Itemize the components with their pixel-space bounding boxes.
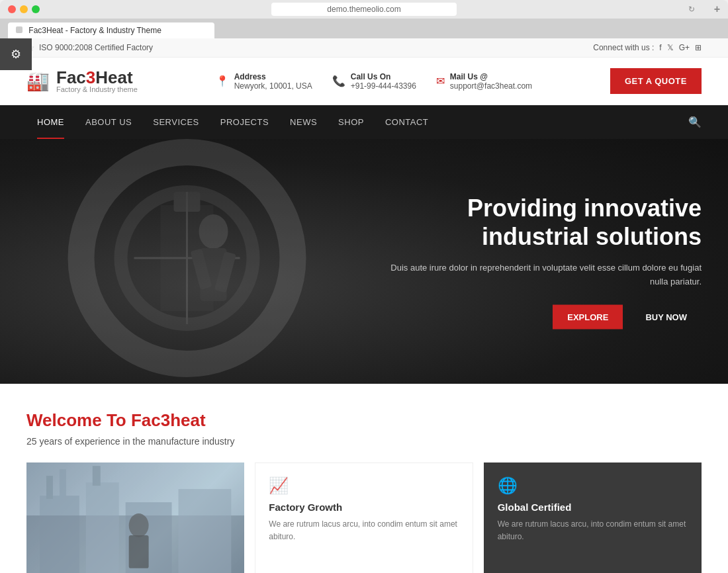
growth-title: Factory Growth xyxy=(269,502,459,513)
logo: 🏭 Fac3Heat Factory & Industry theme xyxy=(26,69,138,93)
welcome-title: Welcome To Fac3heat xyxy=(26,410,702,431)
site-header: 🏭 Fac3Heat Factory & Industry theme 📍 Ad… xyxy=(0,58,728,105)
nav-projects[interactable]: PROJECTS xyxy=(210,105,279,139)
email-info: ✉ Mail Us @ support@fac3heat.com xyxy=(436,72,532,91)
browser-titlebar: demo.themeolio.com ↻ + xyxy=(0,5,728,19)
connect-text: Connect with us : xyxy=(593,43,654,52)
main-nav: HOME ABOUT US SERVICES PROJECTS NEWS SHO… xyxy=(0,105,728,139)
nav-home[interactable]: HOME xyxy=(26,105,75,139)
welcome-subtitle: 25 years of experience in the manufactur… xyxy=(26,436,702,447)
growth-icon: 📈 xyxy=(269,476,459,495)
svg-rect-20 xyxy=(129,535,149,568)
url-text: demo.themeolio.com xyxy=(327,5,400,14)
buy-now-button[interactable]: BUY NOW xyxy=(631,304,702,329)
hero-buttons: EXPLORE BUY NOW xyxy=(374,304,702,329)
topbar-right: Connect with us : f 𝕏 G+ ⊞ xyxy=(593,43,702,52)
explore-button[interactable]: EXPLORE xyxy=(553,304,623,329)
hero-description: Duis aute irure dolor in reprehenderit i… xyxy=(374,261,702,289)
hero-content: Providing innovative industrial solution… xyxy=(374,194,702,330)
gear-icon: ⚙ xyxy=(11,47,21,62)
tab-label: Fac3Heat - Factory & Industry Theme xyxy=(28,26,161,35)
factory-image xyxy=(26,463,244,573)
welcome-rest: To Fac3heat xyxy=(102,410,206,430)
phone-info: 📞 Call Us On +91-99-444-43396 xyxy=(332,72,416,91)
email-icon: ✉ xyxy=(436,75,445,87)
nav-contact[interactable]: CONTACT xyxy=(375,105,439,139)
header-info: 📍 Address Newyork, 10001, USA 📞 Call Us … xyxy=(216,72,532,91)
email-details: Mail Us @ support@fac3heat.com xyxy=(450,72,532,91)
growth-text: We are rutrum lacus arcu, into condim en… xyxy=(269,518,459,543)
welcome-left-col: Praesent dolor tortor, tempus in aliquam… xyxy=(26,463,244,573)
logo-text-area: Fac3Heat Factory & Industry theme xyxy=(56,69,138,93)
tab-bar: Fac3Heat - Factory & Industry Theme xyxy=(0,19,728,38)
factory-svg-art xyxy=(26,463,244,573)
browser-chrome: demo.themeolio.com ↻ + Fac3Heat - Factor… xyxy=(0,0,728,38)
phone-label: Call Us On xyxy=(351,72,416,81)
maximize-dot[interactable] xyxy=(32,5,40,13)
hero-industrial-art xyxy=(0,139,400,384)
logo-building-icon: 🏭 xyxy=(26,70,50,92)
top-bar: ☆ ISO 9000:2008 Certified Factory Connec… xyxy=(0,38,728,58)
minimize-dot[interactable] xyxy=(20,5,28,13)
url-bar[interactable]: demo.themeolio.com xyxy=(271,3,457,16)
hero-section: Providing innovative industrial solution… xyxy=(0,139,728,384)
nav-about[interactable]: ABOUT US xyxy=(75,105,142,139)
active-tab[interactable]: Fac3Heat - Factory & Industry Theme xyxy=(8,22,214,38)
svg-rect-18 xyxy=(26,463,244,515)
global-title: Global Certified xyxy=(498,502,688,513)
get-quote-button[interactable]: GET A QUOTE xyxy=(610,68,702,94)
phone-details: Call Us On +91-99-444-43396 xyxy=(351,72,416,91)
googleplus-icon[interactable]: G+ xyxy=(679,43,690,52)
global-certified-card: 🌐 Global Certified We are rutrum lacus a… xyxy=(484,463,702,573)
logo-name: Fac3Heat xyxy=(56,69,138,86)
browser-dots xyxy=(8,5,40,13)
logo-tagline: Factory & Industry theme xyxy=(56,86,138,93)
welcome-main-grid: Praesent dolor tortor, tempus in aliquam… xyxy=(26,463,702,573)
mail-value: support@fac3heat.com xyxy=(450,81,532,91)
welcome-section: Welcome To Fac3heat 25 years of experien… xyxy=(0,384,728,573)
svg-point-19 xyxy=(129,513,149,537)
location-icon: 📍 xyxy=(216,75,229,87)
nav-shop[interactable]: SHOP xyxy=(328,105,375,139)
nav-news[interactable]: NEWS xyxy=(279,105,328,139)
factory-growth-card: 📈 Factory Growth We are rutrum lacus arc… xyxy=(255,463,473,573)
svg-point-6 xyxy=(199,214,228,249)
rss-icon[interactable]: ⊞ xyxy=(695,43,702,52)
phone-value: +91-99-444-43396 xyxy=(351,81,416,91)
phone-icon: 📞 xyxy=(332,75,345,87)
close-dot[interactable] xyxy=(8,5,16,13)
nav-services[interactable]: SERVICES xyxy=(142,105,210,139)
logo-highlight: 3 xyxy=(86,67,95,87)
twitter-icon[interactable]: 𝕏 xyxy=(667,43,674,52)
refresh-icon[interactable]: ↻ xyxy=(688,5,695,14)
global-text: We are rutrum lacus arcu, into condim en… xyxy=(498,518,688,543)
nav-links: HOME ABOUT US SERVICES PROJECTS NEWS SHO… xyxy=(26,105,439,139)
website-container: ⚙ ☆ ISO 9000:2008 Certified Factory Conn… xyxy=(0,38,728,573)
certified-text: ISO 9000:2008 Certified Factory xyxy=(39,43,153,52)
global-icon: 🌐 xyxy=(498,476,688,495)
address-value: Newyork, 10001, USA xyxy=(234,81,312,91)
address-label: Address xyxy=(234,72,312,81)
facebook-icon[interactable]: f xyxy=(659,43,661,52)
address-info: 📍 Address Newyork, 10001, USA xyxy=(216,72,312,91)
tab-favicon xyxy=(16,26,23,33)
hero-title: Providing innovative industrial solution… xyxy=(374,194,702,251)
settings-gear-overlay[interactable]: ⚙ xyxy=(0,38,32,70)
search-icon[interactable]: 🔍 xyxy=(688,116,702,128)
welcome-highlight: Welcome xyxy=(26,410,102,430)
address-details: Address Newyork, 10001, USA xyxy=(234,72,312,91)
topbar-left: ☆ ISO 9000:2008 Certified Factory xyxy=(26,42,153,53)
new-tab-button[interactable]: + xyxy=(714,3,720,15)
mail-label: Mail Us @ xyxy=(450,72,532,81)
